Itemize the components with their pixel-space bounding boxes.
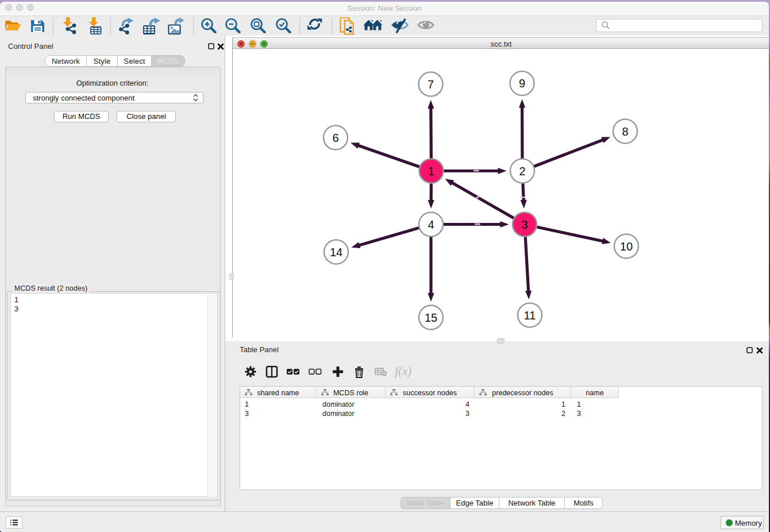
svg-text:4: 4 bbox=[428, 218, 434, 231]
svg-text:14: 14 bbox=[330, 246, 342, 259]
svg-text:11: 11 bbox=[524, 309, 536, 322]
svg-text:6: 6 bbox=[332, 132, 338, 144]
svg-text:2: 2 bbox=[519, 165, 525, 178]
svg-text:3: 3 bbox=[521, 218, 528, 231]
svg-text:7: 7 bbox=[428, 78, 434, 91]
svg-text:8: 8 bbox=[622, 125, 628, 138]
svg-text:15: 15 bbox=[425, 311, 437, 324]
svg-text:1: 1 bbox=[428, 165, 434, 178]
svg-text:9: 9 bbox=[519, 77, 525, 90]
svg-text:10: 10 bbox=[620, 240, 633, 253]
